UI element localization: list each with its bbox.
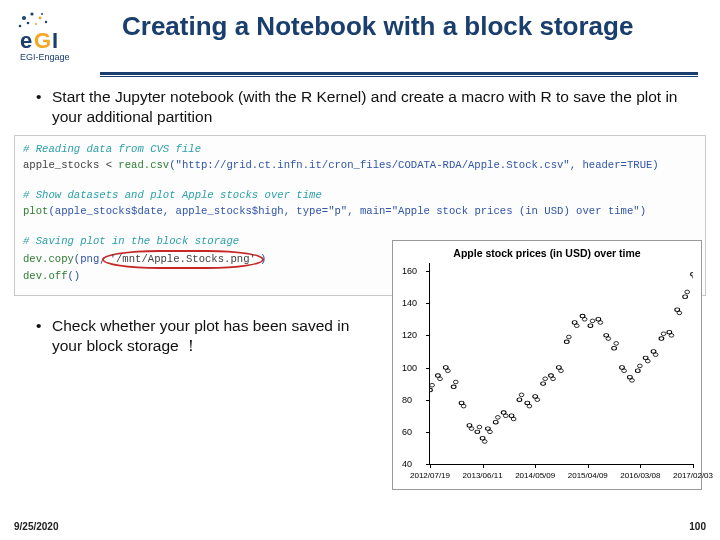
svg-point-59 — [535, 398, 540, 402]
svg-point-63 — [566, 335, 571, 339]
logo-sub: EGI-Engage — [20, 52, 70, 62]
code-comment: # Reading data from CVS file — [23, 143, 201, 155]
code-line: dev.off() — [23, 270, 80, 282]
svg-point-68 — [606, 337, 611, 341]
svg-point-51 — [477, 425, 482, 429]
x-tick-label: 2017/02/03 — [673, 471, 713, 480]
x-tick-label: 2016/03/08 — [620, 471, 660, 480]
svg-point-34 — [612, 346, 617, 350]
svg-point-19 — [493, 420, 498, 424]
svg-point-64 — [574, 324, 579, 328]
bullet-2: Check whether your plot has been saved i… — [36, 316, 366, 356]
svg-point-74 — [653, 353, 658, 357]
svg-point-48 — [453, 380, 458, 384]
y-tick-label: 120 — [402, 330, 417, 340]
x-tick-label: 2015/04/09 — [568, 471, 608, 480]
svg-point-13 — [451, 385, 456, 389]
svg-point-70 — [622, 369, 627, 373]
svg-point-43 — [683, 295, 688, 299]
footer-date: 9/25/2020 — [14, 521, 59, 532]
code-comment: # Saving plot in the block storage — [23, 235, 239, 247]
svg-point-58 — [527, 404, 532, 408]
chart: Apple stock prices (in USD) over time 40… — [392, 240, 702, 490]
svg-point-3 — [19, 25, 22, 28]
svg-point-56 — [511, 417, 516, 421]
svg-point-71 — [630, 379, 635, 383]
svg-point-31 — [588, 324, 593, 328]
svg-point-76 — [669, 334, 674, 338]
svg-point-4 — [45, 21, 47, 23]
svg-point-75 — [661, 332, 666, 336]
svg-point-60 — [543, 377, 548, 381]
bullet-1: Start the Jupyter notebook (with the R K… — [36, 87, 690, 127]
svg-point-73 — [645, 359, 650, 363]
code-line: plot(apple_stocks$date, apple_stocks$hig… — [23, 205, 646, 217]
svg-point-53 — [488, 430, 493, 434]
svg-point-66 — [590, 319, 595, 323]
code-line: apple_stocks < read.csv("http://grid.ct.… — [23, 159, 659, 171]
svg-point-61 — [551, 377, 556, 381]
y-tick-label: 140 — [402, 298, 417, 308]
y-tick-label: 80 — [402, 395, 412, 405]
svg-point-77 — [677, 311, 682, 315]
svg-point-37 — [635, 369, 640, 373]
code-comment: # Show datasets and plot Apple stocks ov… — [23, 189, 322, 201]
code-line: dev.copy(png,'/mnt/Apple.Stocks.png') — [23, 253, 266, 265]
footer-page: 100 — [689, 521, 706, 532]
svg-point-22 — [517, 398, 522, 402]
chart-axes: 4060801001201401602012/07/192013/06/1120… — [429, 263, 693, 465]
svg-point-40 — [659, 337, 664, 341]
y-tick-label: 160 — [402, 266, 417, 276]
svg-point-1 — [30, 12, 33, 15]
svg-point-49 — [461, 404, 466, 408]
svg-point-46 — [438, 377, 443, 381]
svg-point-72 — [638, 364, 643, 368]
x-tick-label: 2013/06/11 — [463, 471, 503, 480]
svg-point-7 — [41, 13, 43, 15]
x-tick-label: 2012/07/19 — [410, 471, 450, 480]
svg-point-2 — [39, 17, 42, 20]
svg-point-44 — [691, 272, 693, 276]
y-tick-label: 100 — [402, 363, 417, 373]
egi-logo: e G I EGI-Engage — [12, 8, 94, 68]
svg-point-28 — [564, 340, 569, 344]
svg-point-54 — [495, 416, 500, 420]
svg-text:G: G — [34, 28, 51, 53]
y-tick-label: 60 — [402, 427, 412, 437]
svg-point-16 — [475, 430, 480, 434]
slide-title: Creating a Notebook with a block storage — [122, 12, 633, 42]
chart-plot-area — [430, 263, 693, 464]
svg-point-6 — [27, 22, 30, 25]
svg-point-67 — [598, 321, 603, 325]
svg-point-25 — [541, 382, 546, 386]
svg-text:I: I — [52, 28, 58, 53]
svg-point-45 — [430, 383, 434, 387]
svg-point-65 — [582, 317, 587, 321]
svg-point-50 — [469, 427, 474, 431]
svg-point-52 — [482, 440, 487, 444]
svg-point-62 — [559, 369, 564, 373]
highlighted-path: '/mnt/Apple.Stocks.png' — [102, 250, 264, 269]
svg-point-57 — [519, 393, 524, 397]
x-tick-label: 2014/05/09 — [515, 471, 555, 480]
svg-point-55 — [503, 414, 508, 418]
svg-point-0 — [22, 16, 26, 20]
svg-point-69 — [614, 342, 619, 346]
chart-title: Apple stock prices (in USD) over time — [393, 241, 701, 259]
svg-point-10 — [430, 388, 432, 392]
svg-point-47 — [446, 369, 451, 373]
logo-text: e — [20, 28, 32, 53]
svg-point-78 — [685, 290, 690, 294]
y-tick-label: 40 — [402, 459, 412, 469]
svg-point-5 — [35, 23, 37, 25]
